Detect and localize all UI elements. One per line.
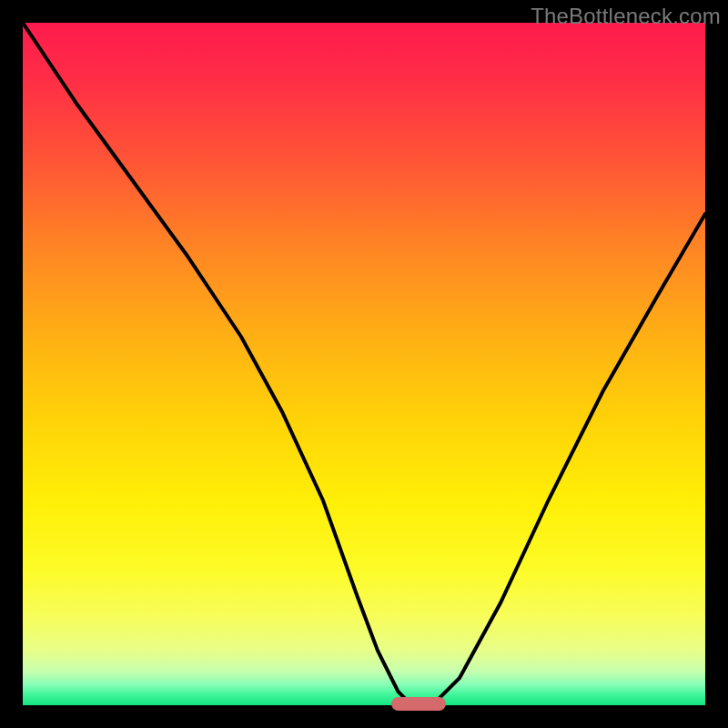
bottleneck-marker (391, 697, 446, 711)
gradient-background (23, 23, 705, 705)
plot-frame (23, 23, 705, 705)
watermark-text: TheBottleneck.com (531, 4, 721, 29)
